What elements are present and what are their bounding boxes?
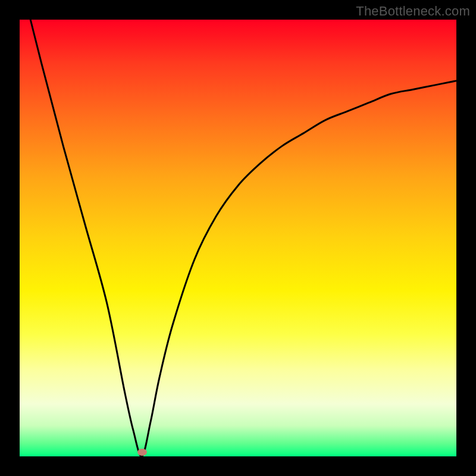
- curve-layer: [20, 20, 456, 456]
- optimum-marker: [137, 449, 147, 456]
- watermark-text: TheBottleneck.com: [356, 4, 470, 19]
- chart-frame: TheBottleneck.com: [0, 0, 476, 476]
- bottleneck-curve: [20, 0, 456, 456]
